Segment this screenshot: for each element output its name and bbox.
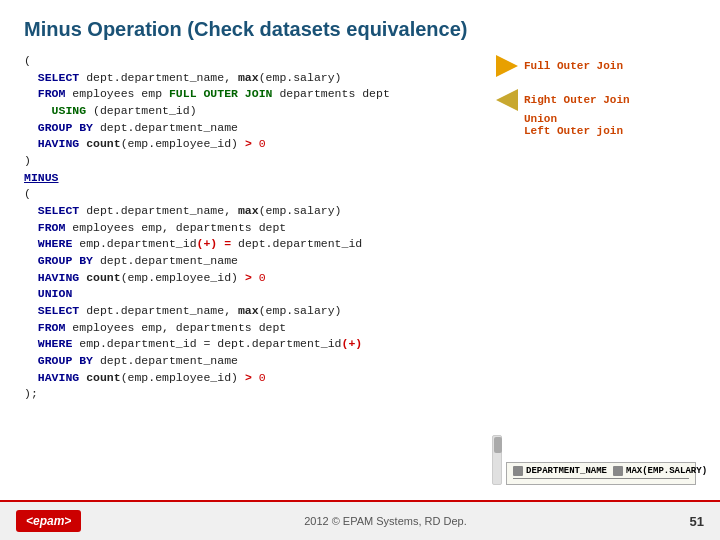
code-line-18: WHERE emp.department_id = dept.departmen… — [24, 336, 486, 353]
union-label: Union — [496, 113, 696, 125]
footer: <epam> 2012 © EPAM Systems, RD Dep. 51 — [0, 500, 720, 540]
code-block: ( SELECT dept.department_name, max(emp.s… — [24, 53, 486, 475]
scrollbar-thumb[interactable] — [494, 437, 502, 453]
code-line-17: FROM employees emp, departments dept — [24, 320, 486, 337]
code-line-6: HAVING count(emp.employee_id) > 0 — [24, 136, 486, 153]
code-line-13: GROUP BY dept.department_name — [24, 253, 486, 270]
col-icon-1 — [513, 466, 523, 476]
table-preview: DEPARTMENT_NAME MAX(EMP.SALARY) — [506, 462, 696, 485]
code-line-8: MINUS — [24, 170, 486, 187]
code-line-15: UNION — [24, 286, 486, 303]
col-dept-name: DEPARTMENT_NAME — [513, 466, 607, 476]
table-header-row: DEPARTMENT_NAME MAX(EMP.SALARY) — [513, 466, 689, 479]
code-line-2: SELECT dept.department_name, max(emp.sal… — [24, 70, 486, 87]
code-line-4: USING (department_id) — [24, 103, 486, 120]
code-line-9: ( — [24, 186, 486, 203]
full-outer-join-label: Full Outer Join — [524, 60, 623, 72]
col-max-salary: MAX(EMP.SALARY) — [613, 466, 707, 476]
code-line-1: ( — [24, 53, 486, 70]
full-outer-join-icon — [496, 55, 518, 77]
legend-full-outer-join: Full Outer Join — [496, 55, 696, 77]
epam-logo: <epam> — [16, 510, 81, 532]
col-icon-2 — [613, 466, 623, 476]
content-area: ( SELECT dept.department_name, max(emp.s… — [24, 53, 696, 475]
code-line-3: FROM employees emp FULL OUTER JOIN depar… — [24, 86, 486, 103]
page-title: Minus Operation (Check datasets equivale… — [24, 18, 696, 41]
code-line-21: ); — [24, 386, 486, 403]
code-line-16: SELECT dept.department_name, max(emp.sal… — [24, 303, 486, 320]
code-line-10: SELECT dept.department_name, max(emp.sal… — [24, 203, 486, 220]
legend-group-2: Right Outer Join Union Left Outer join — [496, 89, 696, 137]
right-outer-join-icon — [496, 89, 518, 111]
legend-area: Full Outer Join Right Outer Join Union L… — [496, 53, 696, 475]
code-line-5: GROUP BY dept.department_name — [24, 120, 486, 137]
code-line-20: HAVING count(emp.employee_id) > 0 — [24, 370, 486, 387]
code-line-12: WHERE emp.department_id(+) = dept.depart… — [24, 236, 486, 253]
left-outer-join-label: Left Outer join — [496, 125, 696, 137]
footer-copyright: 2012 © EPAM Systems, RD Dep. — [304, 515, 467, 527]
footer-page-number: 51 — [690, 514, 704, 529]
code-line-19: GROUP BY dept.department_name — [24, 353, 486, 370]
legend-right-outer-join: Right Outer Join — [496, 89, 696, 111]
code-line-11: FROM employees emp, departments dept — [24, 220, 486, 237]
right-outer-join-label: Right Outer Join — [524, 94, 630, 106]
code-line-7: ) — [24, 153, 486, 170]
slide: Minus Operation (Check datasets equivale… — [0, 0, 720, 540]
scrollbar[interactable] — [492, 435, 502, 485]
code-line-14: HAVING count(emp.employee_id) > 0 — [24, 270, 486, 287]
